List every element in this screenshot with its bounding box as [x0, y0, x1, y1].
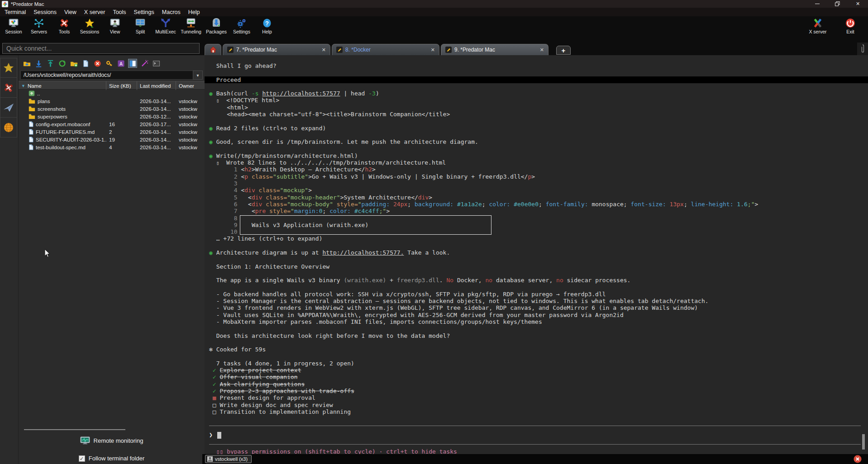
- toolbar-tools-button[interactable]: Tools: [52, 18, 77, 34]
- terminal-line: The app is a single Wails v3 binary (wra…: [209, 277, 863, 284]
- tab-9-predator-mac[interactable]: 9. *Predator Mac ✕: [441, 44, 548, 55]
- file-table-header: ▼Name Size (KB) Last modified Owner: [19, 81, 205, 90]
- permissions-key-button[interactable]: [105, 59, 114, 68]
- toolbar-session-button[interactable]: Session: [1, 18, 26, 34]
- terminal-line: [209, 69, 863, 76]
- terminal-line: 7 <pre style="margin:0; color: #c4c4ff;"…: [209, 208, 863, 214]
- menu-macros[interactable]: Macros: [162, 9, 181, 15]
- toolbar-packages-button[interactable]: Packages: [204, 18, 229, 34]
- toolbar-sessions-button[interactable]: Sessions: [77, 18, 102, 34]
- terminal-line: 2 <p class="subtitle">Go + Wails v3 | Wi…: [209, 173, 863, 180]
- column-header-name[interactable]: ▼Name: [19, 81, 106, 90]
- tools-tab[interactable]: [0, 78, 17, 98]
- network-tab[interactable]: [0, 118, 17, 137]
- delete-button[interactable]: [93, 59, 102, 68]
- minimize-button[interactable]: [807, 0, 827, 8]
- upload-button[interactable]: [46, 59, 55, 68]
- new-folder-button[interactable]: [69, 59, 78, 68]
- gear-icon: [236, 18, 247, 28]
- tab-home[interactable]: [205, 44, 221, 55]
- follow-terminal-folder-checkbox[interactable]: ✓ Follow terminal folder: [19, 455, 205, 462]
- favorites-tab[interactable]: [0, 58, 17, 78]
- tunneling-icon: [186, 18, 196, 28]
- panel-divider[interactable]: [24, 429, 125, 430]
- terminal[interactable]: Shall I go ahead? Proceed ◉ Bash(curl -s…: [205, 55, 868, 454]
- current-path-input[interactable]: [20, 71, 193, 80]
- session-icon: [8, 18, 19, 28]
- column-header-size[interactable]: Size (KB): [106, 81, 137, 90]
- toolbar-servers-button[interactable]: Servers: [26, 18, 52, 34]
- tab-close-icon[interactable]: ✕: [427, 47, 435, 53]
- attachments-strip[interactable]: [857, 43, 868, 55]
- column-header-modified[interactable]: Last modified: [137, 81, 176, 90]
- table-row[interactable]: FUTURE-FEATURES.md22026-03-14...vstockw: [19, 128, 205, 136]
- terminal-line: 6 <div class="mockup-body" style="paddin…: [209, 201, 863, 208]
- quick-connect-input[interactable]: [2, 43, 200, 54]
- tab-close-icon[interactable]: ✕: [536, 47, 544, 53]
- tab-8-docker[interactable]: 8. *Docker ✕: [332, 44, 439, 55]
- go-up-folder-button[interactable]: [22, 59, 31, 68]
- table-row[interactable]: SECURITY-AUDIT-2026-03-1...192026-03-14.…: [19, 136, 205, 143]
- sftp-tab[interactable]: [0, 98, 17, 118]
- table-row[interactable]: test-buildout-spec.md42026-03-14...vstoc…: [19, 143, 205, 151]
- table-row[interactable]: ..: [19, 90, 205, 97]
- restore-button[interactable]: [827, 0, 848, 8]
- new-file-button[interactable]: [81, 59, 90, 68]
- menu-xserver[interactable]: X server: [84, 9, 105, 15]
- close-session-button[interactable]: [854, 455, 862, 463]
- menu-terminal[interactable]: Terminal: [5, 9, 26, 15]
- path-dropdown-button[interactable]: ▾: [193, 71, 203, 80]
- table-row[interactable]: screenshots2026-03-14...vstockw: [19, 105, 205, 113]
- refresh-button[interactable]: [57, 59, 67, 68]
- menu-view[interactable]: View: [64, 9, 76, 15]
- magic-wand-button[interactable]: [140, 59, 149, 68]
- menu-settings[interactable]: Settings: [134, 9, 154, 15]
- terminal-line: [209, 146, 863, 152]
- menu-help[interactable]: Help: [188, 9, 200, 15]
- toolbar-xserver-button[interactable]: X server: [805, 18, 831, 34]
- terminal-scrollbar-thumb[interactable]: [862, 434, 865, 450]
- table-row[interactable]: superpowers2026-03-12...vstockw: [19, 113, 205, 120]
- mouse-cursor: [44, 249, 51, 260]
- xserver-icon: [812, 18, 823, 28]
- tab-7-predator-mac[interactable]: 7. *Predator Mac ✕: [223, 44, 330, 55]
- session-status-tab[interactable]: vstockwell (x3): [205, 455, 252, 463]
- menu-tools[interactable]: Tools: [113, 9, 126, 15]
- terminal-output: Shall I go ahead? Proceed ◉ Bash(curl -s…: [205, 55, 868, 454]
- column-header-owner[interactable]: Owner: [176, 81, 203, 90]
- paper-plane-icon: [3, 102, 14, 114]
- table-row[interactable]: config-export.mobaconf162026-03-17...vst…: [19, 120, 205, 128]
- sidebar-strip: [0, 58, 18, 137]
- tab-close-icon[interactable]: ✕: [318, 47, 326, 53]
- terminal-line: ◉ Architecture diagram is up at http://l…: [209, 249, 863, 256]
- toolbar-view-button[interactable]: View: [102, 18, 128, 34]
- terminal-line: <html>: [209, 104, 863, 111]
- toolbar-split-button[interactable]: Split: [128, 18, 153, 34]
- terminal-line: ◉ Bash(curl -s http://localhost:57577 | …: [209, 90, 863, 97]
- help-icon: ?: [262, 18, 272, 28]
- menubar: Terminal Sessions View X server Tools Se…: [0, 8, 868, 16]
- svg-text:?: ?: [265, 20, 269, 27]
- terminal-line: Proceed: [205, 76, 868, 83]
- toggle-panel-button[interactable]: [128, 59, 137, 68]
- menu-sessions[interactable]: Sessions: [33, 9, 57, 15]
- toolbar-settings-button[interactable]: Settings: [229, 18, 254, 34]
- terminal-mini-button[interactable]: [152, 59, 161, 68]
- close-button[interactable]: ✕: [848, 0, 868, 8]
- new-tab-button[interactable]: +: [556, 46, 571, 55]
- ascii-mode-button[interactable]: A: [116, 59, 125, 68]
- restore-icon: [835, 1, 840, 6]
- up-directory-icon: [29, 90, 35, 96]
- remote-monitoring-toggle[interactable]: Remote monitoring: [19, 436, 205, 445]
- monitoring-icon: [80, 436, 90, 445]
- toolbar-help-button[interactable]: ?Help: [254, 18, 280, 34]
- toolbar-tunneling-button[interactable]: Tunneling: [178, 18, 204, 34]
- toolbar-exit-button[interactable]: Exit: [837, 18, 863, 34]
- table-row[interactable]: plans2026-03-14...vstockw: [19, 97, 205, 105]
- download-button[interactable]: [34, 59, 43, 68]
- terminal-line: 3: [209, 180, 863, 187]
- terminal-line: 7 tasks (4 done, 1 in progress, 2 open): [209, 360, 863, 367]
- toolbar-multiexec-button[interactable]: MultiExec: [153, 18, 178, 34]
- terminal-line: 10: [209, 228, 863, 235]
- terminal-line: [209, 325, 863, 332]
